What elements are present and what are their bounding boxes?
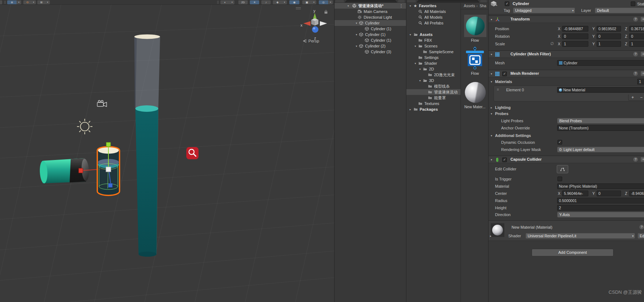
breadcrumb-root[interactable]: Assets bbox=[464, 4, 475, 8]
center-z-field[interactable]: -8.9406 bbox=[629, 191, 644, 196]
gameobject-name[interactable]: Cylinder bbox=[513, 1, 529, 6]
project-packages[interactable]: ▸ Packages bbox=[406, 106, 461, 112]
add-component-button[interactable]: Add Component bbox=[532, 249, 613, 256]
project-settings[interactable]: Settings bbox=[406, 55, 461, 60]
radius-field[interactable]: 0.5000001 bbox=[557, 198, 644, 203]
asset-thumb-flow-shader[interactable] bbox=[465, 47, 485, 70]
project-2d-laser[interactable]: 2D激光光束 bbox=[406, 72, 461, 78]
foldout-icon[interactable]: ▾ bbox=[491, 158, 492, 161]
rendering-layer-mask-dropdown[interactable]: 0: Light Layer default bbox=[557, 147, 644, 152]
lighting-label[interactable]: Lighting bbox=[495, 105, 510, 110]
move-gizmo-center[interactable] bbox=[106, 167, 111, 172]
gameobject-active-checkbox[interactable]: ✓ bbox=[505, 1, 509, 6]
asset-label[interactable]: Flow bbox=[461, 38, 488, 42]
grid-snapping-button[interactable]: ⊞ bbox=[37, 0, 45, 4]
project-all-materials[interactable]: All Materials bbox=[406, 9, 461, 14]
height-field[interactable]: 2 bbox=[557, 205, 644, 211]
hierarchy-item-directional-light[interactable]: Directional Light bbox=[335, 14, 406, 20]
draw-mode-dropdown[interactable]: ▾ bbox=[230, 0, 234, 4]
materials-size-field[interactable]: 1 bbox=[637, 79, 644, 84]
center-y-field[interactable]: 0 bbox=[597, 191, 621, 196]
shader-dropdown[interactable]: Universal Render Pipeline/Lit▾ bbox=[526, 233, 635, 239]
scene-view[interactable]: ⊕ ▾ ⟲ ▾ ⊞ ▾ ◐ ▾ 2D ☀ ♪ ◈ ▾ ◉ ▣ ▾ ◎ ▾ bbox=[0, 0, 334, 302]
foldout-icon[interactable]: ▾ bbox=[418, 68, 422, 71]
position-y-field[interactable]: 0.9819502 bbox=[597, 26, 621, 32]
project-fbx[interactable]: FBX bbox=[406, 37, 461, 43]
project-assets[interactable]: ▾ Assets bbox=[406, 32, 461, 37]
project-3d[interactable]: ▾ 3D bbox=[406, 78, 461, 83]
project-shader[interactable]: ▾ Shader bbox=[406, 60, 461, 66]
hierarchy-item-main-camera[interactable]: Main Camera bbox=[335, 9, 406, 14]
icon-dropdown-arrow[interactable]: ▾ bbox=[496, 4, 497, 6]
gizmo-x-axis[interactable] bbox=[303, 21, 311, 26]
project-options-icon[interactable] bbox=[480, 0, 487, 3]
foldout-icon[interactable]: ▾ bbox=[346, 4, 350, 8]
material-preview-thumb[interactable] bbox=[491, 223, 504, 237]
audio-toggle[interactable]: ♪ bbox=[261, 0, 271, 4]
help-icon[interactable]: ? bbox=[633, 157, 638, 162]
help-icon[interactable]: ? bbox=[633, 71, 638, 76]
hierarchy-item-cylinder-1-child2[interactable]: Cylinder (1) bbox=[335, 37, 406, 43]
rotation-z-field[interactable]: 0 bbox=[629, 33, 644, 39]
material-foldout-icon[interactable]: ▸ bbox=[490, 234, 491, 238]
create-button[interactable] bbox=[407, 0, 416, 3]
hierarchy-search-input[interactable] bbox=[345, 0, 397, 3]
rotation-y-field[interactable]: 0 bbox=[597, 33, 621, 39]
foldout-icon[interactable]: ▾ bbox=[414, 45, 417, 48]
probes-foldout-icon[interactable]: ▾ bbox=[491, 112, 492, 115]
drag-handle-icon[interactable]: = bbox=[497, 88, 499, 92]
help-icon[interactable]: ? bbox=[633, 17, 638, 22]
static-checkbox[interactable] bbox=[631, 1, 635, 6]
hierarchy-item-cylinder-1[interactable]: ▾ Cylinder (1) bbox=[335, 32, 406, 37]
position-z-field[interactable]: 0.36718 bbox=[629, 26, 644, 32]
gizmos-dropdown[interactable]: ▾ bbox=[328, 0, 333, 4]
project-textures[interactable]: Textures bbox=[406, 101, 461, 106]
camera-gizmo[interactable] bbox=[97, 100, 107, 106]
remove-material-button[interactable]: − bbox=[640, 95, 643, 100]
capsule-collider-header[interactable]: ▾ ✓ Capsule Collider ? ≡ bbox=[489, 156, 644, 163]
asset-thumb-flow-material[interactable] bbox=[464, 15, 486, 37]
breadcrumb[interactable]: Assets › Sha bbox=[461, 3, 488, 9]
x-axis-handle[interactable] bbox=[79, 168, 83, 173]
anchor-override-field[interactable]: None (Transform) bbox=[557, 125, 644, 131]
foldout-icon[interactable]: ▾ bbox=[355, 45, 358, 48]
lighting-foldout-icon[interactable]: ▸ bbox=[491, 106, 492, 109]
project-favorites[interactable]: ▾ ★ Favorites bbox=[406, 3, 461, 9]
effects-toggle[interactable]: ◈ bbox=[273, 0, 282, 4]
scene-viewport-canvas[interactable] bbox=[0, 5, 334, 302]
scene-visibility-toggle[interactable]: ◉ bbox=[289, 0, 299, 4]
element0-object-field[interactable]: New Material bbox=[557, 87, 644, 93]
foldout-icon[interactable]: ▾ bbox=[491, 72, 492, 76]
additional-foldout-icon[interactable]: ▾ bbox=[491, 134, 492, 137]
preset-icon[interactable]: ≡ bbox=[641, 52, 644, 56]
tall-pipe-cylinder[interactable] bbox=[134, 35, 160, 257]
additional-settings-label[interactable]: Additional Settings bbox=[495, 133, 531, 138]
cropped-tool-button[interactable] bbox=[0, 0, 2, 4]
foldout-icon[interactable]: ▾ bbox=[414, 62, 417, 65]
shader-edit-button[interactable]: Edit bbox=[638, 233, 644, 239]
project-energy-shield[interactable]: 能量罩 bbox=[406, 95, 461, 101]
project-2d[interactable]: ▾ 2D bbox=[406, 66, 461, 72]
foldout-icon[interactable]: ▾ bbox=[409, 33, 412, 36]
probes-label[interactable]: Probes bbox=[495, 111, 508, 116]
constrain-proportions-icon[interactable]: ∅ bbox=[550, 41, 554, 46]
mesh-filter-header[interactable]: ▾ Cylinder (Mesh Filter) ? ≡ bbox=[489, 50, 644, 58]
light-probes-dropdown[interactable]: Blend Probes bbox=[557, 118, 644, 124]
component-enabled-checkbox[interactable]: ✓ bbox=[502, 72, 507, 76]
z-axis-handle[interactable] bbox=[108, 183, 112, 187]
create-button[interactable] bbox=[335, 0, 344, 3]
tool-handle-position-dropdown[interactable]: ▾ bbox=[17, 0, 21, 4]
camera-settings-dropdown[interactable]: ▾ bbox=[312, 0, 316, 4]
hierarchy-item-cylinder-3[interactable]: Cylinder (3) bbox=[335, 49, 406, 55]
physic-material-field[interactable]: None (Physic Material) bbox=[557, 183, 644, 189]
help-icon[interactable]: ? bbox=[633, 52, 638, 56]
position-x-field[interactable]: -0.9844887 bbox=[562, 26, 588, 32]
hierarchy-item-cylinder-2[interactable]: ▾ Cylinder (2) bbox=[335, 43, 406, 49]
hierarchy-filter-icon[interactable] bbox=[398, 0, 405, 3]
mesh-renderer-header[interactable]: ▾ ✓ Mesh Renderer ? ≡ bbox=[489, 70, 644, 77]
draw-mode-button[interactable]: ◐ bbox=[220, 0, 230, 4]
2d-view-toggle[interactable]: 2D bbox=[238, 0, 248, 4]
foldout-icon[interactable]: ▾ bbox=[355, 33, 358, 36]
component-enabled-checkbox[interactable]: ✓ bbox=[502, 157, 507, 162]
project-model-lines[interactable]: 模型线条 bbox=[406, 83, 461, 89]
